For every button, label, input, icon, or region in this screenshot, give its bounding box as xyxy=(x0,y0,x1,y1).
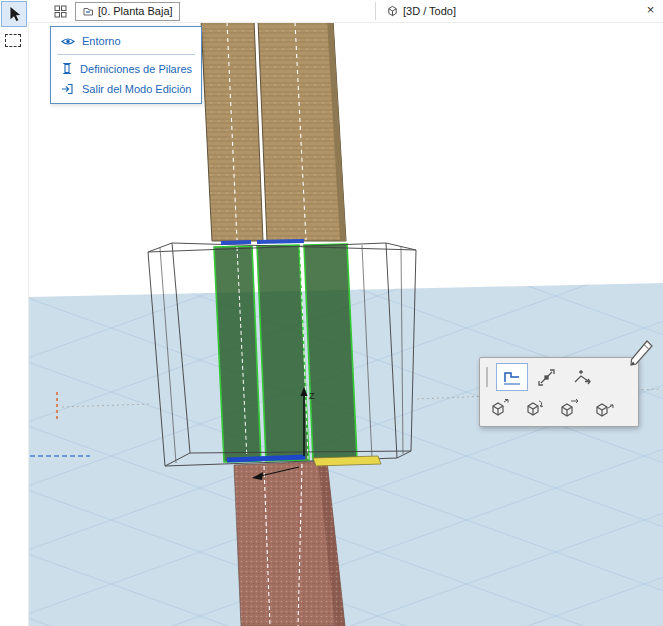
close-tab-button[interactable]: × xyxy=(642,1,659,18)
tab-planta-baja-label: [0. Planta Baja] xyxy=(98,5,173,17)
stretch-angle-icon xyxy=(572,368,592,386)
upper-column xyxy=(201,20,346,241)
box-extrude-icon xyxy=(594,398,616,418)
palette-button-stretch-angle[interactable] xyxy=(566,363,598,391)
menu-item-salir-label: Salir del Modo Edición xyxy=(82,83,191,95)
tab-planta-baja[interactable]: [0. Planta Baja] xyxy=(75,2,180,21)
box-skew-icon xyxy=(559,398,581,418)
pet-palette xyxy=(479,357,639,427)
toolbox xyxy=(0,0,29,626)
eye-icon xyxy=(60,36,75,47)
green-selection-panels xyxy=(214,244,357,462)
pet-palette-row-1 xyxy=(484,361,634,392)
edit-mode-context-menu: Entorno Definiciones de Pilares Salir de… xyxy=(50,26,202,104)
menu-item-definiciones-label: Definiciones de Pilares xyxy=(80,63,192,75)
tab-bar: [0. Planta Baja] [3D / Todo] × xyxy=(28,0,663,23)
quick-layout-icon[interactable] xyxy=(54,5,67,18)
box-stretch-icon xyxy=(489,398,511,418)
menu-separator xyxy=(57,54,195,55)
archicad-3d-edit-window: Z [0. Planta Baja] xyxy=(0,0,663,626)
box-rotate-icon xyxy=(524,398,546,418)
palette-button-box-extrude[interactable] xyxy=(589,394,621,422)
palette-drag-handle[interactable] xyxy=(486,367,488,387)
palette-button-box-rotate[interactable] xyxy=(519,394,551,422)
tab-divider xyxy=(375,2,376,20)
tab-3d-todo-label: [3D / Todo] xyxy=(403,5,456,17)
z-axis-label: Z xyxy=(309,391,315,401)
palette-button-stretch-height[interactable] xyxy=(531,363,563,391)
menu-item-salir-modo-edicion[interactable]: Salir del Modo Edición xyxy=(51,79,201,99)
plan-tab-icon xyxy=(82,5,94,17)
menu-item-entorno[interactable]: Entorno xyxy=(51,31,201,51)
pencil-cursor-icon xyxy=(626,338,654,374)
palette-button-box-skew[interactable] xyxy=(554,394,586,422)
marquee-tool-button[interactable] xyxy=(1,28,25,52)
column-icon xyxy=(60,62,73,75)
pet-palette-row-2 xyxy=(484,392,634,423)
marquee-icon xyxy=(5,34,21,47)
palette-button-box-stretch[interactable] xyxy=(484,394,516,422)
tab-3d-todo[interactable]: [3D / Todo] xyxy=(380,1,462,20)
cube-3d-icon xyxy=(386,4,399,18)
arrow-cursor-icon xyxy=(6,5,22,23)
stretch-height-icon xyxy=(537,368,557,386)
palette-button-edit-plane[interactable] xyxy=(496,363,528,391)
arrow-tool-button[interactable] xyxy=(1,1,27,27)
lower-column xyxy=(234,461,345,626)
menu-item-entorno-label: Entorno xyxy=(82,35,121,47)
edit-plane-icon xyxy=(502,368,522,386)
exit-icon xyxy=(60,83,75,95)
menu-item-definiciones-pilares[interactable]: Definiciones de Pilares xyxy=(51,58,201,79)
